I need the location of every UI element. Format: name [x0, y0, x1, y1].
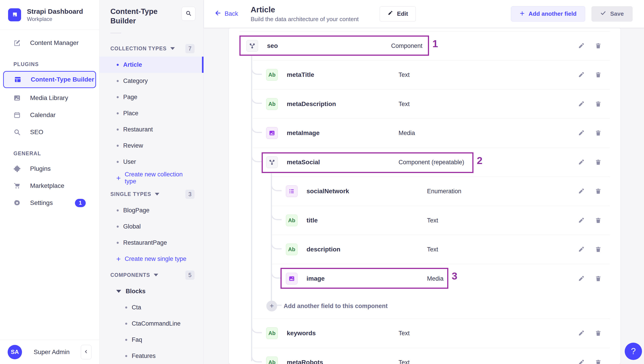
component-item-features[interactable]: Features: [100, 348, 204, 364]
type-item-user[interactable]: User: [100, 154, 204, 170]
field-row-metaImage[interactable]: metaImageMedia: [229, 118, 620, 148]
row-actions: [578, 159, 602, 166]
row-separator: [272, 206, 610, 206]
section-label-text: COMPONENTS: [110, 272, 150, 278]
component-item-ctacommandline[interactable]: CtaCommandLine: [100, 315, 204, 332]
delete-field-button[interactable]: [595, 246, 602, 253]
field-row-socialNetwork[interactable]: socialNetworkEnumeration: [229, 176, 620, 206]
edit-field-button[interactable]: [578, 42, 585, 49]
search-icon: [186, 10, 192, 17]
edit-field-button[interactable]: [578, 159, 585, 166]
sidebar-item-label: Content-Type Builder: [31, 76, 94, 83]
field-row-metaDescription[interactable]: AbmetaDescriptionText: [229, 89, 620, 118]
content-area: seoComponent1AbmetaTitleTextAbmetaDescri…: [204, 28, 644, 364]
field-name: title: [306, 217, 318, 224]
plus-circle-button[interactable]: +: [266, 301, 277, 311]
field-row-metaTitle[interactable]: AbmetaTitleText: [229, 60, 620, 89]
sidebar-item-marketplace[interactable]: Marketplace: [3, 177, 96, 194]
main-area: Back Article Build the data architecture…: [204, 0, 644, 364]
sidebar-item-seo[interactable]: SEO: [3, 124, 96, 141]
delete-field-button[interactable]: [595, 42, 602, 49]
edit-field-button[interactable]: [578, 188, 585, 195]
delete-field-button[interactable]: [595, 188, 602, 195]
field-row-metaSocial[interactable]: metaSocialComponent (repeatable): [229, 148, 620, 176]
edit-field-button[interactable]: [578, 100, 585, 108]
text-field-icon: Ab: [266, 98, 278, 110]
type-item-label: Article: [123, 61, 142, 68]
edit-button[interactable]: Edit: [380, 6, 416, 22]
nav-section-label: GENERAL: [3, 150, 96, 157]
component-group-blocks[interactable]: Blocks: [100, 283, 204, 299]
component-item-faq[interactable]: Faq: [100, 332, 204, 348]
type-item-category[interactable]: Category: [100, 73, 204, 89]
create-link[interactable]: +Create new collection type: [100, 170, 204, 186]
section-header-components[interactable]: COMPONENTS5: [100, 267, 204, 283]
delete-field-button[interactable]: [595, 330, 602, 337]
row-actions: [578, 42, 602, 49]
type-item-article[interactable]: Article: [100, 57, 204, 73]
help-button[interactable]: ?: [625, 343, 642, 360]
save-button[interactable]: Save: [592, 6, 632, 22]
section-header-collection-types[interactable]: COLLECTION TYPES7: [100, 41, 204, 57]
delete-field-button[interactable]: [595, 129, 602, 137]
field-row-metaRobots[interactable]: AbmetaRobotsText: [229, 348, 620, 364]
section-label: COLLECTION TYPES: [110, 46, 175, 52]
back-link[interactable]: Back: [215, 10, 238, 18]
field-row-keywords[interactable]: AbkeywordsText: [229, 319, 620, 348]
delete-field-button[interactable]: [595, 71, 602, 78]
edit-field-button[interactable]: [578, 217, 585, 224]
edit-field-button[interactable]: [578, 359, 585, 364]
chevron-down-icon: [116, 290, 121, 293]
delete-field-button[interactable]: [595, 359, 602, 364]
type-item-restaurantpage[interactable]: RestaurantPage: [100, 235, 204, 251]
field-name: socialNetwork: [306, 188, 349, 195]
section-header-single-types[interactable]: SINGLE TYPES3: [100, 186, 204, 202]
type-item-label: Global: [123, 223, 141, 230]
type-item-place[interactable]: Place: [100, 105, 204, 121]
enumeration-icon: [286, 185, 298, 197]
create-link[interactable]: +Create new single type: [100, 251, 204, 267]
add-another-field-button[interactable]: + Add another field: [511, 6, 585, 22]
delete-field-button[interactable]: [595, 275, 602, 282]
sidebar-item-label: Media Library: [30, 94, 68, 102]
edit-field-button[interactable]: [578, 330, 585, 337]
sidebar-item-content-manager[interactable]: Content Manager: [3, 34, 96, 52]
sidebar-collapse-button[interactable]: [81, 345, 92, 359]
row-separator: [272, 235, 610, 235]
sidebar-item-content-type-builder[interactable]: Content-Type Builder: [3, 71, 96, 88]
edit-field-button[interactable]: [578, 275, 585, 282]
row-actions: [578, 246, 602, 253]
type-item-global[interactable]: Global: [100, 218, 204, 235]
sidebar-item-label: Marketplace: [30, 182, 64, 190]
field-type: Component: [391, 42, 422, 49]
delete-field-button[interactable]: [595, 159, 602, 166]
field-type: Text: [398, 330, 410, 337]
add-field-to-component-row[interactable]: +Add another field to this component: [229, 293, 620, 319]
type-item-page[interactable]: Page: [100, 89, 204, 105]
field-row-seo[interactable]: seoComponent: [229, 31, 620, 60]
component-icon: [266, 156, 278, 168]
content-manager-icon: [14, 39, 21, 47]
edit-field-button[interactable]: [578, 71, 585, 78]
sidebar-item-plugins[interactable]: Plugins: [3, 160, 96, 177]
field-row-title[interactable]: AbtitleText: [229, 206, 620, 235]
type-item-restaurant[interactable]: Restaurant: [100, 121, 204, 137]
bullet-icon: [117, 145, 119, 147]
arrow-left-icon: [215, 10, 222, 18]
type-item-blogpage[interactable]: BlogPage: [100, 202, 204, 218]
sidebar-item-settings[interactable]: Settings1: [3, 194, 96, 212]
section-count-badge: 5: [185, 271, 194, 280]
sidebar-item-calendar[interactable]: Calendar: [3, 106, 96, 124]
component-item-cta[interactable]: Cta: [100, 299, 204, 315]
search-button[interactable]: [182, 7, 196, 21]
edit-field-button[interactable]: [578, 246, 585, 253]
edit-field-button[interactable]: [578, 129, 585, 137]
field-row-description[interactable]: AbdescriptionText: [229, 235, 620, 264]
delete-field-button[interactable]: [595, 217, 602, 224]
sidebar-item-media-library[interactable]: Media Library: [3, 89, 96, 106]
delete-field-button[interactable]: [595, 100, 602, 108]
type-item-review[interactable]: Review: [100, 137, 204, 154]
field-row-image[interactable]: imageMedia: [229, 264, 620, 293]
avatar[interactable]: SA: [8, 345, 22, 359]
question-mark-icon: ?: [631, 346, 636, 356]
